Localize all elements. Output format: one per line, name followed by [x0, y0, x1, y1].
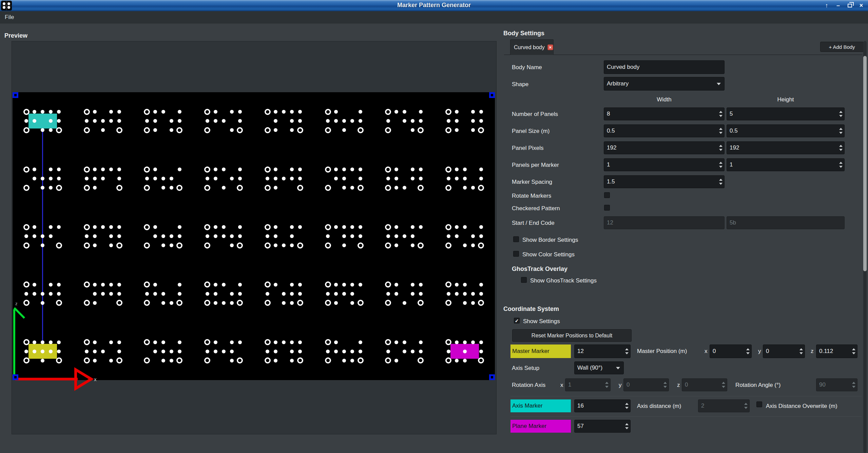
- marker-ring: [445, 224, 451, 230]
- reset-marker-positions-button[interactable]: Reset Marker Positions to Default: [512, 329, 632, 342]
- spinner-arrows-icon[interactable]: [839, 111, 843, 117]
- marker-dot: [222, 186, 226, 190]
- marker-dot: [153, 225, 157, 229]
- spinner-arrows-icon[interactable]: [719, 128, 722, 134]
- axis-setup-label: Axis Setup: [512, 365, 539, 372]
- end-code-input[interactable]: 5b: [727, 216, 845, 229]
- rotation-angle-spinbox[interactable]: 90: [816, 378, 857, 391]
- master-z-spinbox[interactable]: 0.112: [816, 344, 857, 358]
- checkered-pattern-checkbox[interactable]: [604, 205, 610, 211]
- maximize-icon[interactable]: [846, 1, 854, 9]
- shape-value: Arbitrary: [607, 80, 629, 87]
- tab-curved-body[interactable]: Curved body ×: [510, 39, 554, 55]
- marker-spacing-spinbox[interactable]: 1.5: [604, 175, 725, 188]
- scrollbar[interactable]: [863, 41, 867, 453]
- add-body-button[interactable]: + Add Body: [820, 42, 864, 52]
- axis-marker-id-spinbox[interactable]: 16: [574, 399, 631, 412]
- marker-dot: [238, 340, 242, 344]
- spinner-arrows-icon[interactable]: [839, 128, 843, 134]
- canvas-corner-handle[interactable]: [489, 374, 495, 380]
- spinner-arrows-icon[interactable]: [839, 162, 843, 168]
- marker-ring: [478, 185, 484, 191]
- spinner-arrows-icon[interactable]: [719, 162, 722, 168]
- spinner-arrows-icon[interactable]: [852, 348, 855, 354]
- axis-distance-overwrite-label: Axis Distance Overwrite (m): [766, 403, 837, 410]
- number-of-panels-height-spinbox[interactable]: 5: [727, 107, 845, 120]
- marker-dot: [471, 301, 475, 305]
- show-settings-checkbox[interactable]: [514, 318, 520, 323]
- rotation-y-value: 0: [626, 381, 630, 388]
- axis-setup-select[interactable]: Wall (90°): [574, 361, 624, 374]
- marker-dot: [153, 168, 157, 171]
- body-name-label: Body Name: [512, 64, 542, 71]
- spinner-arrows-icon[interactable]: [719, 179, 722, 185]
- marker-dot: [342, 359, 346, 362]
- marker-dot: [153, 350, 157, 353]
- spinner-arrows-icon[interactable]: [799, 348, 803, 354]
- number-of-panels-width-value: 8: [607, 111, 610, 117]
- spinner-arrows-icon: [852, 382, 855, 388]
- marker-dot: [101, 292, 105, 296]
- shape-select[interactable]: Arbitrary: [604, 77, 725, 91]
- panels-per-marker-height-spinbox[interactable]: 1: [727, 158, 845, 171]
- master-y-spinbox[interactable]: 0: [763, 344, 805, 358]
- marker-dot: [455, 225, 459, 229]
- ghostrack-overlay-heading: GhosTrack Overlay: [512, 265, 567, 273]
- plane-marker-id-spinbox[interactable]: 57: [574, 420, 631, 433]
- rotation-x-spinbox[interactable]: 1: [565, 378, 611, 391]
- spinner-arrows-icon[interactable]: [625, 403, 629, 409]
- spinner-arrows-icon[interactable]: [719, 111, 722, 117]
- marker-ring: [56, 185, 62, 191]
- shade-icon[interactable]: ↑: [823, 1, 831, 9]
- master-y-label: y: [758, 348, 761, 355]
- canvas-corner-handle[interactable]: [13, 92, 18, 98]
- spinner-arrows-icon[interactable]: [625, 423, 629, 429]
- marker-dot: [471, 110, 475, 114]
- show-border-settings-checkbox[interactable]: [513, 236, 519, 242]
- rotation-z-spinbox[interactable]: 0: [682, 378, 727, 391]
- master-x-spinbox[interactable]: 0: [710, 344, 752, 358]
- canvas-corner-handle[interactable]: [13, 374, 18, 380]
- spinner-arrows-icon: [663, 382, 667, 388]
- marker-dot: [394, 168, 398, 171]
- panel-size-width-spinbox[interactable]: 0.5: [604, 124, 725, 137]
- marker-ring: [23, 357, 30, 363]
- scrollbar-thumb[interactable]: [863, 56, 867, 271]
- close-icon[interactable]: ×: [857, 1, 865, 9]
- marker-dot: [447, 119, 450, 123]
- marker-ring: [325, 224, 331, 230]
- minimize-icon[interactable]: –: [834, 1, 842, 9]
- spinner-arrows-icon[interactable]: [839, 145, 843, 151]
- spinner-arrows-icon[interactable]: [746, 348, 750, 354]
- spinner-arrows-icon[interactable]: [719, 145, 722, 151]
- body-name-input[interactable]: Curved body: [604, 60, 725, 74]
- marker-ring: [418, 185, 424, 191]
- tab-close-icon[interactable]: ×: [547, 44, 553, 50]
- rotation-y-spinbox[interactable]: 0: [623, 378, 669, 391]
- axis-distance-spinbox[interactable]: 2: [698, 399, 750, 412]
- marker-dot: [419, 340, 423, 344]
- panel-size-height-spinbox[interactable]: 0.5: [727, 124, 845, 137]
- panel-pixels-height-spinbox[interactable]: 192: [727, 141, 845, 154]
- panel-pixels-label: Panel Pixels: [512, 145, 544, 152]
- marker-ring: [325, 242, 331, 249]
- spinner-arrows-icon[interactable]: [625, 348, 629, 354]
- marker-dot: [145, 177, 149, 180]
- marker-ring: [358, 300, 364, 306]
- panels-per-marker-width-spinbox[interactable]: 1: [604, 158, 725, 171]
- width-column-header: Width: [604, 96, 725, 103]
- rotate-markers-checkbox[interactable]: [604, 192, 610, 198]
- show-ghostrack-settings-checkbox[interactable]: [521, 277, 527, 283]
- axis-distance-label: Axis distance (m): [637, 403, 681, 410]
- start-code-input[interactable]: 12: [604, 216, 725, 229]
- panel-pixels-width-spinbox[interactable]: 192: [604, 141, 725, 154]
- show-color-settings-checkbox[interactable]: [513, 251, 519, 257]
- marker-dot: [342, 350, 346, 353]
- number-of-panels-width-spinbox[interactable]: 8: [604, 107, 725, 120]
- master-marker-id-spinbox[interactable]: 12: [574, 344, 631, 358]
- menu-file[interactable]: File: [5, 14, 14, 21]
- preview-canvas[interactable]: z x: [13, 92, 495, 380]
- marker-dot: [214, 234, 217, 238]
- axis-distance-overwrite-checkbox[interactable]: [756, 401, 762, 407]
- canvas-corner-handle[interactable]: [489, 92, 495, 98]
